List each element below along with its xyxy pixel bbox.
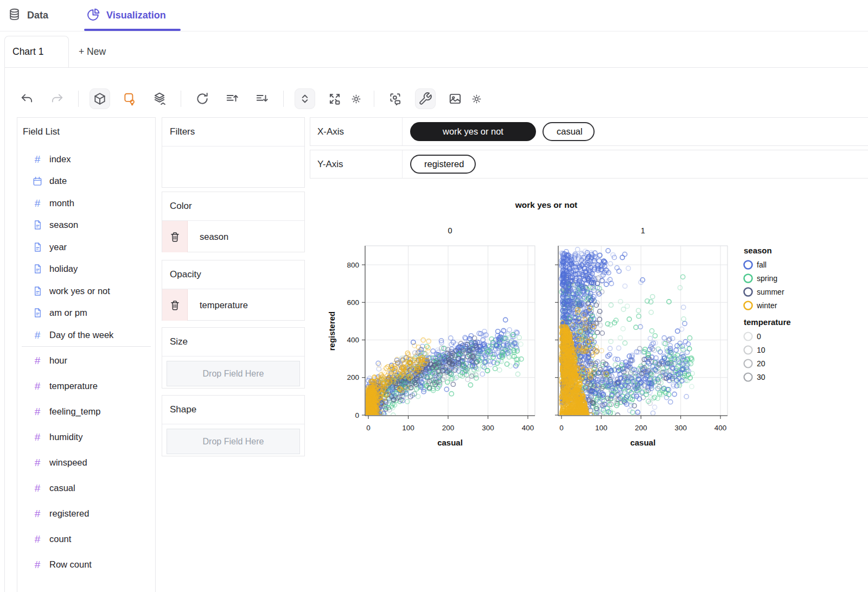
- field-item[interactable]: season: [17, 214, 155, 237]
- field-item[interactable]: #temperature: [17, 373, 155, 399]
- svg-text:400: 400: [714, 424, 727, 432]
- field-label: count: [49, 534, 71, 544]
- y-axis-field-pill[interactable]: registered: [410, 155, 476, 174]
- visualization-canvas: Field List #indexdate#monthseasonyearhol…: [4, 67, 868, 592]
- field-item[interactable]: #hour: [17, 348, 155, 373]
- tab-data[interactable]: Data: [8, 0, 48, 30]
- field-item[interactable]: #registered: [17, 501, 155, 526]
- color-field-pill[interactable]: season: [162, 221, 304, 252]
- tab-data-label: Data: [27, 10, 48, 21]
- opacity-field-pill[interactable]: temperature: [162, 289, 304, 321]
- x-axis-field-pill[interactable]: work yes or not: [410, 122, 536, 141]
- field-item[interactable]: #index: [17, 148, 155, 170]
- remove-color-field-button[interactable]: [162, 221, 188, 252]
- field-item[interactable]: holiday: [17, 258, 155, 281]
- shape-card: Shape Drop Field Here: [162, 395, 305, 456]
- field-pill-label: work yes or not: [443, 126, 503, 137]
- svg-text:0: 0: [366, 424, 371, 432]
- chart-tab-1[interactable]: Chart 1: [4, 36, 69, 67]
- legend-color-title: season: [744, 246, 772, 255]
- filters-empty-area[interactable]: [162, 147, 304, 188]
- undo-button[interactable]: [17, 88, 37, 109]
- legend: seasonfallspringsummerwintertemperature0…: [744, 246, 791, 381]
- filters-card: Filters: [162, 117, 305, 188]
- field-label: winspeed: [49, 457, 87, 468]
- field-label: am or pm: [49, 308, 87, 318]
- svg-text:200: 200: [442, 424, 455, 432]
- hash-icon: #: [35, 483, 41, 493]
- toolbar-separator: [78, 91, 79, 107]
- facet-0-points: [366, 317, 524, 417]
- aggregation-cube-button[interactable]: [90, 88, 110, 109]
- legend-item-label: 20: [757, 359, 765, 368]
- layers-button[interactable]: [149, 88, 170, 109]
- hash-icon: #: [35, 355, 41, 366]
- color-title: Color: [162, 192, 304, 221]
- legend-item-label: 30: [757, 373, 765, 381]
- field-item[interactable]: #Row count: [17, 552, 155, 577]
- field-item[interactable]: work yes or not: [17, 280, 155, 302]
- active-tab-underline: [84, 29, 181, 31]
- image-settings-gear-icon[interactable]: [469, 88, 483, 109]
- x-axis-title: casual: [437, 438, 463, 447]
- document-icon: [33, 308, 43, 318]
- remove-opacity-field-button[interactable]: [162, 289, 188, 321]
- field-label: humidity: [49, 432, 82, 442]
- field-label: feeling_temp: [49, 406, 100, 417]
- trash-icon: [169, 300, 181, 311]
- shape-drop-zone[interactable]: Drop Field Here: [167, 429, 300, 454]
- x-axis-row: X-Axis work yes or notcasual: [310, 117, 868, 146]
- field-item[interactable]: #month: [17, 192, 155, 214]
- layout-settings-gear-icon[interactable]: [349, 88, 363, 109]
- svg-text:300: 300: [674, 424, 687, 432]
- tab-visualization[interactable]: Visualization: [87, 0, 166, 30]
- toolbar-separator: [374, 91, 374, 107]
- field-label: season: [49, 220, 78, 230]
- sort-descending-button[interactable]: [252, 88, 272, 109]
- field-item[interactable]: #feeling_temp: [17, 399, 155, 424]
- explore-insight-button[interactable]: [385, 88, 406, 109]
- x-axis-field-pill[interactable]: casual: [542, 122, 595, 141]
- field-item[interactable]: year: [17, 236, 155, 258]
- legend-item-label: 10: [757, 346, 765, 354]
- field-item[interactable]: am or pm: [17, 302, 155, 324]
- label-highlight-button[interactable]: [119, 88, 140, 109]
- new-chart-button[interactable]: + New: [79, 36, 106, 67]
- legend-item-label: summer: [757, 288, 784, 296]
- field-item[interactable]: #count: [17, 526, 155, 552]
- redo-button[interactable]: [47, 88, 67, 109]
- field-label: month: [49, 198, 74, 208]
- legend-swatch: [744, 302, 752, 310]
- tab-visualization-label: Visualization: [106, 10, 166, 21]
- field-item[interactable]: #casual: [17, 475, 155, 501]
- export-image-button[interactable]: [445, 88, 465, 109]
- top-tab-bar: Data Visualization: [0, 0, 868, 31]
- size-drop-zone[interactable]: Drop Field Here: [167, 361, 300, 386]
- size-card: Size Drop Field Here: [162, 327, 305, 389]
- legend-swatch: [744, 275, 752, 283]
- chart-title: work yes or not: [515, 200, 578, 209]
- hash-icon: #: [35, 534, 41, 544]
- expand-layout-button[interactable]: [324, 88, 345, 109]
- document-icon: [33, 220, 43, 230]
- svg-text:400: 400: [522, 424, 534, 432]
- field-item[interactable]: #Day of the week: [17, 324, 155, 346]
- x-axis-title: casual: [630, 438, 656, 447]
- size-title: Size: [162, 328, 304, 357]
- y-axis-title: registered: [327, 311, 336, 351]
- field-list-title: Field List: [17, 118, 155, 137]
- hash-icon: #: [35, 406, 41, 417]
- field-item[interactable]: #winspeed: [17, 450, 155, 475]
- field-item[interactable]: date: [17, 170, 155, 193]
- toolbar-separator: [181, 91, 181, 107]
- hash-icon: #: [35, 457, 41, 468]
- opacity-field-label: temperature: [188, 289, 304, 321]
- sort-ascending-button[interactable]: [222, 88, 242, 109]
- field-label: registered: [49, 508, 89, 519]
- refresh-button[interactable]: [192, 88, 213, 109]
- tools-wrench-button[interactable]: [415, 88, 436, 109]
- legend-item-label: spring: [757, 274, 777, 283]
- resize-mode-button[interactable]: [295, 88, 315, 109]
- field-item[interactable]: #humidity: [17, 424, 155, 450]
- facet-1-points: [559, 247, 694, 417]
